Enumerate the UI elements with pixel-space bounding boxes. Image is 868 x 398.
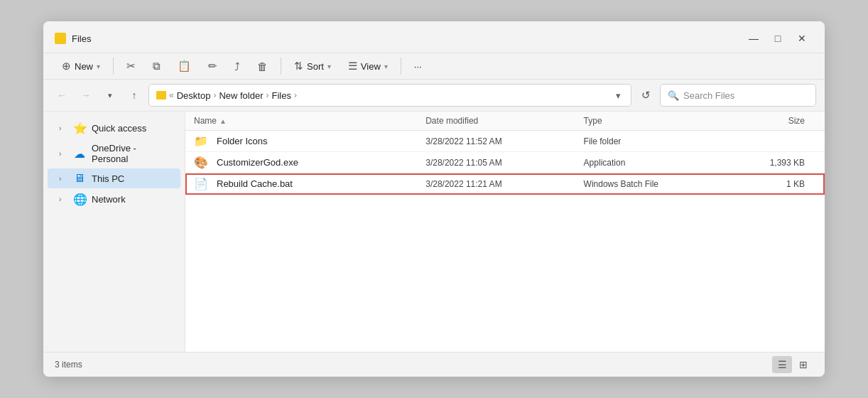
minimize-button[interactable]: — [742, 28, 765, 48]
list-view-button[interactable]: ☰ [772, 356, 792, 373]
file-date-customizer-god: 3/28/2022 11:05 AM [425, 158, 583, 168]
quick-access-chevron-icon: › [59, 124, 67, 132]
view-chevron-icon: ▾ [384, 63, 388, 70]
file-name-folder-icons: Folder Icons [217, 136, 268, 146]
file-date-folder-icons: 3/28/2022 11:52 AM [425, 136, 583, 146]
refresh-button[interactable]: ↺ [636, 85, 656, 105]
this-pc-icon: 🖥 [73, 172, 86, 185]
column-header-date[interactable]: Date modified [425, 116, 583, 126]
sidebar-item-this-pc[interactable]: › 🖥 This PC [48, 168, 180, 188]
status-item-count: 3 items [55, 360, 82, 370]
column-size-label: Size [788, 116, 805, 126]
copy-button[interactable]: ⧉ [146, 56, 168, 76]
column-name-label: Name [194, 116, 217, 126]
paste-icon: 📋 [178, 60, 191, 72]
delete-icon: 🗑 [257, 60, 268, 72]
file-type-rebuild-cache: Windows Batch File [584, 179, 721, 189]
address-bar: ← → ▾ ↑ « Desktop › New folder › Files ›… [43, 80, 825, 112]
column-type-label: Type [584, 116, 602, 126]
close-button[interactable]: ✕ [791, 28, 813, 48]
breadcrumb-files: Files [272, 90, 291, 101]
main-content: › ⭐ Quick access › ☁ OneDrive - Personal… [43, 112, 825, 352]
new-button[interactable]: ⊕ New ▾ [55, 56, 107, 76]
search-placeholder: Search Files [683, 90, 734, 101]
toolbar-separator-3 [401, 58, 401, 75]
file-icon-folder-icons: 📁 [194, 134, 208, 148]
file-name-rebuild-cache: Rebuild Cache.bat [217, 178, 293, 189]
this-pc-chevron-icon: › [59, 175, 67, 183]
file-explorer-window: Files — □ ✕ ⊕ New ▾ ✂ ⧉ 📋 ✏ ⤴ 🗑 [43, 21, 825, 377]
file-size-rebuild-cache: 1 KB [720, 179, 816, 189]
maximize-button[interactable]: □ [766, 28, 789, 48]
up-button[interactable]: ↑ [124, 85, 144, 105]
column-header-type[interactable]: Type [584, 116, 721, 126]
column-header-name[interactable]: Name ▲ [194, 116, 425, 126]
sidebar-item-quick-access[interactable]: › ⭐ Quick access [48, 118, 180, 139]
sidebar-item-onedrive[interactable]: › ☁ OneDrive - Personal [48, 139, 180, 168]
forward-button[interactable]: → [76, 85, 96, 105]
file-list-header: Name ▲ Date modified Type Size [185, 112, 825, 131]
sidebar-item-network[interactable]: › 🌐 Network [48, 189, 180, 210]
more-button[interactable]: ··· [407, 58, 429, 75]
sort-button[interactable]: ⇅ Sort ▾ [287, 56, 338, 76]
sidebar-label-quick-access: Quick access [92, 123, 173, 134]
sort-chevron-icon: ▾ [327, 63, 331, 70]
file-list: Name ▲ Date modified Type Size 📁 Folder … [185, 112, 825, 352]
title-bar-left: Files [55, 33, 742, 44]
title-bar: Files — □ ✕ [43, 21, 825, 53]
new-icon: ⊕ [62, 60, 71, 72]
breadcrumb-folder-icon [156, 91, 166, 100]
share-icon: ⤴ [234, 60, 240, 72]
address-chevron-icon[interactable]: ▾ [613, 89, 624, 102]
cut-button[interactable]: ✂ [119, 56, 143, 76]
paste-button[interactable]: 📋 [170, 56, 198, 76]
rename-icon: ✏ [208, 60, 217, 72]
breadcrumb-desktop: Desktop [177, 90, 211, 101]
file-row-customizer-god[interactable]: 🎨 CustomizerGod.exe 3/28/2022 11:05 AM A… [185, 152, 825, 173]
column-date-label: Date modified [425, 116, 478, 126]
status-view-buttons: ☰ ⊞ [772, 356, 813, 373]
onedrive-chevron-icon: › [59, 150, 67, 158]
breadcrumb: « Desktop › New folder › Files › [156, 90, 609, 101]
breadcrumb-new-folder: New folder [219, 90, 263, 101]
rename-button[interactable]: ✏ [201, 56, 224, 76]
quick-access-icon: ⭐ [73, 122, 86, 135]
breadcrumb-arrow-2: › [266, 90, 269, 100]
file-size-customizer-god: 1,393 KB [720, 158, 816, 168]
file-row-rebuild-cache[interactable]: 📄 Rebuild Cache.bat 3/28/2022 11:21 AM W… [185, 173, 825, 195]
back-button[interactable]: ← [52, 85, 72, 105]
breadcrumb-arrow-1: › [213, 90, 216, 100]
dropdown-button[interactable]: ▾ [100, 85, 120, 105]
sort-label: Sort [307, 61, 324, 72]
share-button[interactable]: ⤴ [227, 57, 247, 76]
view-label: View [361, 61, 381, 72]
delete-button[interactable]: 🗑 [250, 57, 275, 76]
file-type-customizer-god: Application [584, 158, 721, 168]
search-icon: 🔍 [668, 90, 679, 101]
more-label: ··· [414, 61, 422, 72]
network-icon: 🌐 [73, 193, 86, 206]
sidebar-label-onedrive: OneDrive - Personal [92, 143, 173, 164]
sidebar-label-network: Network [92, 194, 173, 205]
grid-view-button[interactable]: ⊞ [793, 356, 813, 373]
new-chevron-icon: ▾ [97, 63, 100, 70]
view-button[interactable]: ☰ View ▾ [341, 56, 395, 76]
sidebar-label-this-pc: This PC [92, 173, 173, 184]
file-row-folder-icons[interactable]: 📁 Folder Icons 3/28/2022 11:52 AM File f… [185, 131, 825, 152]
cut-icon: ✂ [126, 60, 136, 72]
search-box[interactable]: 🔍 Search Files [660, 84, 816, 107]
file-date-rebuild-cache: 3/28/2022 11:21 AM [425, 179, 583, 189]
address-input[interactable]: « Desktop › New folder › Files › ▾ [148, 84, 631, 107]
sidebar: › ⭐ Quick access › ☁ OneDrive - Personal… [43, 112, 185, 352]
new-label: New [75, 61, 93, 72]
toolbar-separator-2 [281, 58, 281, 75]
column-header-size[interactable]: Size [720, 116, 816, 126]
view-icon: ☰ [348, 60, 357, 72]
file-rows-container: 📁 Folder Icons 3/28/2022 11:52 AM File f… [185, 131, 825, 195]
file-icon-customizer-god: 🎨 [194, 156, 208, 169]
breadcrumb-arrow-3: › [294, 90, 297, 100]
title-controls: — □ ✕ [742, 28, 813, 48]
breadcrumb-sep-1: « [169, 90, 174, 100]
toolbar-separator-1 [113, 58, 114, 75]
network-chevron-icon: › [59, 195, 67, 203]
